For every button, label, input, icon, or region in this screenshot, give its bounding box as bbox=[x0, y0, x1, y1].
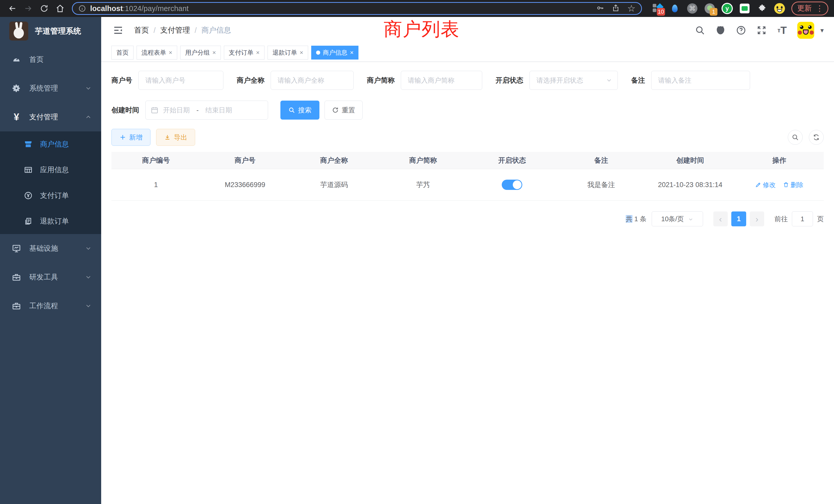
search-button[interactable]: 搜索 bbox=[280, 100, 320, 120]
prev-page-button[interactable]: ‹ bbox=[713, 211, 728, 226]
address-bar[interactable]: localhost:1024/pay/merchant ☆ bbox=[72, 2, 642, 15]
fullscreen-icon[interactable] bbox=[756, 25, 767, 36]
delete-link[interactable]: 删除 bbox=[783, 181, 804, 189]
breadcrumb-pay[interactable]: 支付管理 bbox=[160, 25, 190, 36]
table-row: 1 M233666999 芋道源码 芋艿 我是备注 2021-10-23 08:… bbox=[111, 169, 824, 201]
dashboard-icon bbox=[10, 53, 23, 66]
sidebar-item-workflow[interactable]: 工作流程 bbox=[0, 292, 101, 320]
export-button[interactable]: 导出 bbox=[156, 129, 195, 146]
goto-page-input[interactable] bbox=[792, 211, 813, 226]
status-label: 开启状态 bbox=[496, 76, 523, 85]
update-button[interactable]: 更新 ⋮ bbox=[791, 2, 828, 16]
col-header: 创建时间 bbox=[646, 156, 735, 165]
key-icon[interactable] bbox=[596, 4, 604, 13]
extension-badge: 10 bbox=[657, 8, 665, 16]
extension-profile-icon[interactable]: 1 bbox=[704, 3, 716, 14]
hamburger-icon[interactable] bbox=[113, 25, 124, 36]
next-page-button[interactable]: › bbox=[750, 211, 764, 226]
forward-icon[interactable] bbox=[22, 2, 35, 15]
gear-icon bbox=[10, 82, 23, 94]
page-size-select[interactable]: 10条/页 bbox=[652, 211, 703, 226]
tab-pay-order[interactable]: 支付订单× bbox=[224, 46, 264, 60]
short-name-input[interactable] bbox=[401, 71, 482, 90]
sidebar-item-pay[interactable]: ¥ 支付管理 bbox=[0, 102, 101, 131]
sidebar-item-refund-order[interactable]: 退款订单 bbox=[0, 208, 101, 234]
current-page-button[interactable]: 1 bbox=[731, 211, 746, 226]
search-icon[interactable] bbox=[695, 25, 705, 36]
plus-icon bbox=[119, 134, 126, 141]
breadcrumb-home[interactable]: 首页 bbox=[134, 25, 149, 36]
tab-user-group[interactable]: 用户分组× bbox=[180, 46, 221, 60]
chevron-up-icon bbox=[85, 113, 92, 121]
date-separator: - bbox=[196, 106, 199, 114]
close-icon[interactable]: × bbox=[300, 49, 303, 56]
extension-chat-icon[interactable] bbox=[739, 3, 750, 14]
total-count: 共 1 条 bbox=[626, 214, 646, 224]
cell-id: 1 bbox=[111, 181, 200, 189]
page: localhost:1024/pay/merchant ☆ 10 ⌘ 1 bbox=[0, 0, 834, 504]
cell-full-name: 芋道源码 bbox=[290, 180, 379, 189]
bookmark-star-icon[interactable]: ☆ bbox=[627, 4, 636, 13]
sidebar-item-dev-tools[interactable]: 研发工具 bbox=[0, 263, 101, 292]
edit-link[interactable]: 修改 bbox=[755, 181, 776, 189]
breadcrumb: 首页 / 支付管理 / 商户信息 bbox=[134, 25, 231, 36]
status-select[interactable]: 请选择开启状态 bbox=[529, 71, 618, 90]
refresh-table-button[interactable] bbox=[809, 130, 824, 145]
table-header-row: 商户编号 商户号 商户全称 商户简称 开启状态 备注 创建时间 操作 bbox=[111, 152, 824, 169]
user-avatar[interactable] bbox=[797, 22, 814, 39]
full-name-input[interactable] bbox=[271, 71, 354, 90]
url-text: localhost:1024/pay/merchant bbox=[90, 4, 189, 13]
extensions-puzzle-icon[interactable] bbox=[756, 3, 768, 14]
col-header: 备注 bbox=[557, 156, 646, 165]
close-icon[interactable]: × bbox=[256, 49, 260, 56]
chevron-down-icon bbox=[688, 216, 694, 222]
status-toggle[interactable] bbox=[502, 180, 522, 190]
sidebar-item-pay-order[interactable]: 支付订单 bbox=[0, 183, 101, 208]
sidebar-item-merchant-info[interactable]: 商户信息 bbox=[0, 131, 101, 157]
tab-refund-order[interactable]: 退款订单× bbox=[267, 46, 308, 60]
tab-process-form[interactable]: 流程表单× bbox=[137, 46, 177, 60]
toggle-search-button[interactable] bbox=[788, 130, 803, 145]
browser-avatar-icon[interactable] bbox=[774, 3, 785, 14]
sidebar-item-app-info[interactable]: 应用信息 bbox=[0, 157, 101, 183]
refresh-icon bbox=[813, 134, 820, 141]
info-icon[interactable] bbox=[78, 5, 86, 12]
kebab-menu-icon[interactable]: ⋮ bbox=[816, 4, 824, 13]
sidebar-item-system[interactable]: 系统管理 bbox=[0, 74, 101, 102]
table-toolbar: 新增 导出 bbox=[111, 129, 824, 146]
close-icon[interactable]: × bbox=[212, 49, 216, 56]
merchant-no-input[interactable] bbox=[138, 71, 223, 90]
col-header: 商户号 bbox=[200, 156, 290, 165]
extension-y-icon[interactable]: y bbox=[722, 3, 733, 14]
search-icon bbox=[792, 134, 799, 141]
extension-command-icon[interactable]: ⌘ bbox=[687, 3, 698, 14]
close-icon[interactable]: × bbox=[350, 49, 354, 56]
remark-input[interactable] bbox=[651, 71, 750, 90]
tab-merchant-info[interactable]: 商户信息× bbox=[311, 46, 358, 60]
merchant-table: 商户编号 商户号 商户全称 商户简称 开启状态 备注 创建时间 操作 1 M23… bbox=[111, 152, 824, 201]
goto-label: 前往 bbox=[774, 214, 788, 224]
back-icon[interactable] bbox=[6, 2, 19, 15]
sidebar-item-home[interactable]: 首页 bbox=[0, 45, 101, 74]
font-size-icon[interactable]: тT bbox=[777, 25, 788, 36]
github-icon[interactable] bbox=[715, 25, 726, 36]
extension-apps-icon[interactable]: 10 bbox=[652, 3, 663, 14]
add-button[interactable]: 新增 bbox=[111, 129, 151, 146]
col-header: 商户全称 bbox=[290, 156, 379, 165]
cell-create-time: 2021-10-23 08:31:14 bbox=[646, 181, 735, 189]
help-icon[interactable] bbox=[736, 25, 746, 36]
reload-icon[interactable] bbox=[38, 2, 51, 15]
sidebar-logo-row[interactable]: 芋道管理系统 bbox=[0, 17, 101, 45]
sidebar-item-infra[interactable]: 基础设施 bbox=[0, 234, 101, 263]
pay-order-icon bbox=[23, 190, 34, 201]
home-icon[interactable] bbox=[53, 2, 67, 15]
create-time-range-input[interactable]: 开始日期 - 结束日期 bbox=[145, 100, 268, 120]
close-icon[interactable]: × bbox=[169, 49, 172, 56]
store-icon bbox=[23, 139, 34, 150]
extension-pin-icon[interactable] bbox=[669, 3, 680, 14]
tab-home[interactable]: 首页 bbox=[111, 46, 133, 60]
create-time-label: 创建时间 bbox=[111, 106, 139, 115]
caret-down-icon[interactable]: ▾ bbox=[820, 26, 824, 35]
share-icon[interactable] bbox=[612, 4, 620, 13]
reset-button[interactable]: 重置 bbox=[325, 100, 363, 120]
